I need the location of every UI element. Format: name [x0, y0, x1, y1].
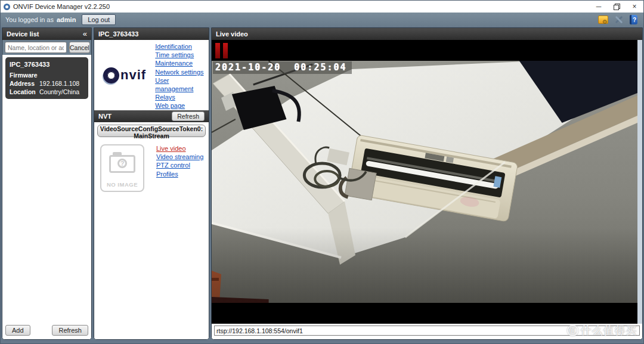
- help-icon[interactable]: ?: [630, 15, 637, 24]
- device-list-header: Device list «: [2, 28, 91, 40]
- rtsp-url-row: 值 什么值得买: [212, 324, 642, 340]
- tools-icon[interactable]: [614, 15, 624, 24]
- nvt-body: VideoSourceConfigSourceToken0: MainStrea…: [94, 122, 209, 339]
- video-source-token-button[interactable]: VideoSourceConfigSourceToken0: MainStrea…: [97, 125, 206, 137]
- title-bar: ONVIF Device Manager v2.2.250 ─ ×: [1, 1, 643, 13]
- link-time-settings[interactable]: Time settings: [155, 51, 209, 59]
- device-detail-header: IPC_3763433: [94, 28, 209, 40]
- device-field-value: 192.168.1.108: [39, 80, 79, 87]
- pause-icon: [223, 43, 228, 58]
- link-ptz-control[interactable]: PTZ control: [156, 161, 203, 169]
- device-list-item[interactable]: IPC_3763433 Firmware Address192.168.1.10…: [5, 57, 88, 99]
- device-field-value: Country/China: [39, 88, 79, 95]
- video-letterbox-bottom: [212, 303, 637, 324]
- camera-icon: ?: [109, 155, 135, 173]
- device-search-input[interactable]: [5, 42, 67, 53]
- no-image-placeholder: ? NO IMAGE: [100, 144, 144, 192]
- collapse-icon[interactable]: «: [83, 28, 87, 40]
- live-video-title: Live video: [216, 28, 248, 40]
- window-title: ONVIF Device Manager v2.2.250: [13, 3, 110, 10]
- no-image-label: NO IMAGE: [101, 181, 143, 188]
- toolbar: You logged in as admin Log out ?: [1, 13, 643, 27]
- login-status-text: You logged in as: [5, 16, 54, 23]
- video-timestamp-overlay: 2021-10-2000:25:04: [213, 61, 352, 74]
- pause-icon: [215, 43, 220, 58]
- device-links: Identification Time settings Maintenance…: [155, 40, 209, 110]
- link-web-page[interactable]: Web page: [155, 101, 209, 110]
- add-device-button[interactable]: Add: [5, 325, 30, 336]
- device-search-row: Cancel: [2, 40, 91, 55]
- device-list-title: Device list: [7, 28, 39, 40]
- video-letterbox-top: [212, 40, 637, 61]
- rtsp-url-input[interactable]: [214, 326, 640, 336]
- onvif-logo: nvif: [94, 40, 155, 110]
- logout-button[interactable]: Log out: [82, 14, 116, 25]
- device-field-label: Address: [10, 80, 39, 87]
- device-detail-title: IPC_3763433: [98, 28, 138, 40]
- restore-icon: [614, 4, 620, 10]
- link-relays[interactable]: Relays: [155, 93, 209, 101]
- link-profiles[interactable]: Profiles: [156, 170, 203, 178]
- management-icon[interactable]: [598, 16, 608, 24]
- app-window: ONVIF Device Manager v2.2.250 ─ × You lo…: [0, 0, 644, 344]
- camera-lens-question-mark: ?: [117, 159, 127, 168]
- camera-scene: [212, 61, 637, 303]
- device-identification-section: nvif Identification Time settings Mainte…: [94, 40, 209, 110]
- device-list-footer: Add Refresh: [2, 323, 91, 339]
- refresh-devices-button[interactable]: Refresh: [52, 325, 88, 336]
- nvt-refresh-button[interactable]: Refresh: [172, 111, 205, 121]
- nvt-header: NVT Refresh: [94, 110, 209, 122]
- nvt-links: Live video Video streaming PTZ control P…: [156, 144, 203, 192]
- logged-in-username: admin: [57, 16, 76, 23]
- link-identification[interactable]: Identification: [155, 42, 209, 51]
- minimize-button[interactable]: ─: [590, 1, 608, 13]
- video-frame[interactable]: 2021-10-2000:25:04: [212, 61, 637, 303]
- timestamp-time: 00:25:04: [294, 62, 346, 73]
- link-maintenance[interactable]: Maintenance: [155, 59, 209, 67]
- live-video-header: Live video: [212, 28, 642, 40]
- restore-button[interactable]: [608, 1, 626, 13]
- link-network-settings[interactable]: Network settings: [155, 68, 209, 76]
- onvif-ring-icon: [103, 67, 119, 83]
- timestamp-date: 2021-10-20: [215, 62, 281, 73]
- video-area: 2021-10-2000:25:04: [212, 40, 642, 324]
- onvif-logo-text: nvif: [120, 67, 146, 83]
- device-detail-panel: IPC_3763433 nvif Identification Time set…: [94, 27, 209, 340]
- nvt-title: NVT: [98, 110, 112, 122]
- link-live-video[interactable]: Live video: [156, 144, 203, 153]
- device-list-panel: Device list « Cancel IPC_3763433 Firmwar…: [2, 27, 92, 340]
- device-name: IPC_3763433: [10, 61, 84, 68]
- close-button[interactable]: ×: [626, 1, 643, 13]
- live-video-panel: Live video: [211, 27, 643, 340]
- device-field-label: Firmware: [10, 72, 39, 79]
- device-list-body: IPC_3763433 Firmware Address192.168.1.10…: [2, 55, 91, 323]
- video-scrollbar-strip[interactable]: [637, 40, 642, 324]
- link-user-management[interactable]: User management: [155, 76, 209, 93]
- app-logo-icon: [4, 4, 10, 10]
- link-video-streaming[interactable]: Video streaming: [156, 153, 203, 161]
- device-field-label: Location: [10, 88, 39, 95]
- cancel-button[interactable]: Cancel: [69, 42, 90, 53]
